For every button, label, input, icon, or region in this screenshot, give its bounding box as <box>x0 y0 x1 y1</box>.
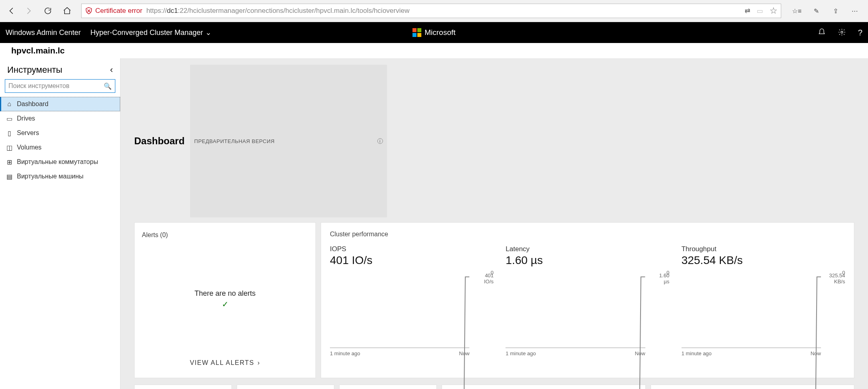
throughput-value: 325.54 KB/s <box>682 254 845 267</box>
sidebar-item-virtual-machines[interactable]: ▤Виртуальные машины <box>0 169 120 184</box>
alerts-title: Alerts (0) <box>142 231 308 239</box>
browser-toolbar: Certificate error https://dc1:22/hciclus… <box>0 0 868 22</box>
notes-icon[interactable]: ✎ <box>811 7 821 15</box>
share-icon[interactable]: ⇪ <box>830 7 841 15</box>
sidebar-item-virtual-switches[interactable]: ⊞Виртуальные коммутаторы <box>0 155 120 169</box>
favorites-list-icon[interactable]: ☆≡ <box>792 7 802 15</box>
switch-icon: ⊞ <box>6 158 13 166</box>
search-icon: 🔍 <box>104 82 112 90</box>
chevron-right-icon: › <box>258 359 260 366</box>
cpu-usage-card: CPU usagei Total (51%) 51%of 9.98 GHz <box>134 385 232 389</box>
sidebar-item-volumes[interactable]: ◫Volumes <box>0 140 120 155</box>
page-title: Dashboard <box>134 135 184 147</box>
microsoft-brand: Microsoft <box>412 28 455 37</box>
iops-chart <box>330 274 469 348</box>
alerts-card: Alerts (0) There are no alerts ✓ VIEW AL… <box>134 222 316 378</box>
cluster-performance-card: Cluster performance IOPS 401 IO/s 401 IO… <box>321 222 854 378</box>
url-text: https://dc1:22/hciclustermanager/connect… <box>146 7 409 15</box>
settings-button[interactable] <box>838 28 846 37</box>
vm-icon: ▤ <box>6 173 13 180</box>
favorite-star-icon[interactable]: ☆ <box>770 6 778 16</box>
iops-value: 401 IO/s <box>330 254 493 267</box>
search-input[interactable]: Поиск инструментов 🔍 <box>5 79 115 93</box>
forward-button[interactable] <box>20 2 37 19</box>
host-name: hpvcl.main.lc <box>0 43 868 58</box>
check-icon: ✓ <box>222 299 229 309</box>
home-icon: ⌂ <box>6 100 13 108</box>
iops-metric: IOPS 401 IO/s 401 IO/s0 1 minute agoNow <box>330 245 493 356</box>
latency-value: 1.60 µs <box>506 254 669 267</box>
drive-icon: ▭ <box>6 115 13 123</box>
sidebar: Инструменты ‹ Поиск инструментов 🔍 ⌂Dash… <box>0 58 121 389</box>
notifications-button[interactable] <box>818 28 826 37</box>
chevron-down-icon: ⌄ <box>205 28 211 37</box>
more-icon[interactable]: ⋯ <box>850 7 860 15</box>
volume-icon: ◫ <box>6 144 13 152</box>
microsoft-logo-icon <box>412 28 421 37</box>
certificate-error-text: Certificate error <box>95 7 142 15</box>
certificate-warning: Certificate error <box>85 7 142 15</box>
latency-metric: Latency 1.60 µs 1.60 µs0 1 minute agoNow <box>506 245 669 356</box>
sidebar-item-dashboard[interactable]: ⌂Dashboard <box>0 97 120 111</box>
view-all-alerts-link[interactable]: VIEW ALL ALERTS› <box>142 359 308 366</box>
throughput-metric: Throughput 325.54 KB/s 325.54 KB/s0 1 mi… <box>682 245 845 356</box>
main-content: Dashboard ПРЕДВАРИТЕЛЬНАЯ ВЕРСИЯi Alerts… <box>121 58 868 389</box>
app-header: Windows Admin Center Hyper-Converged Clu… <box>0 22 868 43</box>
help-button[interactable]: ? <box>858 28 862 37</box>
refresh-button[interactable] <box>39 2 56 19</box>
throughput-chart <box>682 274 821 348</box>
admin-center-title: Windows Admin Center <box>6 29 81 37</box>
no-alerts-message: There are no alerts <box>194 289 256 298</box>
sidebar-item-servers[interactable]: ▯Servers <box>0 126 120 140</box>
home-button[interactable] <box>59 2 76 19</box>
browser-right-actions: ☆≡ ✎ ⇪ ⋯ <box>787 7 865 15</box>
memory-usage-card: Memory usagei Total (23.5%) 23.5%of 9.81… <box>237 385 334 389</box>
search-placeholder: Поиск инструментов <box>8 82 70 90</box>
svg-point-0 <box>841 31 843 33</box>
address-bar[interactable]: Certificate error https://dc1:22/hciclus… <box>81 4 781 18</box>
server-icon: ▯ <box>6 129 13 137</box>
cluster-performance-title: Cluster performance <box>330 231 845 238</box>
latency-chart <box>506 274 645 348</box>
collapse-sidebar-button[interactable]: ‹ <box>110 65 113 75</box>
sidebar-title: Инструменты <box>7 65 62 75</box>
reading-view-icon[interactable]: ▭ <box>757 7 763 15</box>
translate-icon[interactable]: ⇄ <box>745 7 750 15</box>
preview-badge: ПРЕДВАРИТЕЛЬНАЯ ВЕРСИЯi <box>190 65 387 217</box>
sidebar-item-drives[interactable]: ▭Drives <box>0 111 120 126</box>
info-icon: i <box>377 138 383 144</box>
back-button[interactable] <box>3 2 20 19</box>
shield-error-icon <box>85 7 93 15</box>
cluster-manager-dropdown[interactable]: Hyper-Converged Cluster Manager ⌄ <box>90 28 211 37</box>
